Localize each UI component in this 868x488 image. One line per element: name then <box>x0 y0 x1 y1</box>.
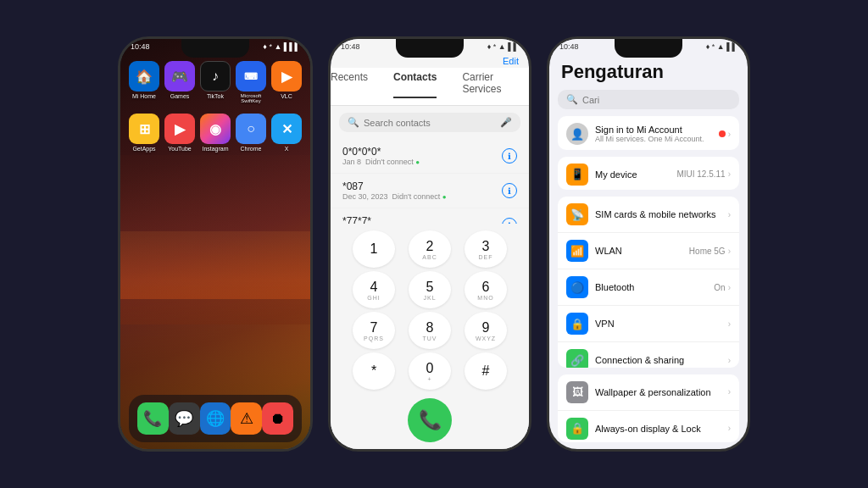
settings-text-bluetooth: Bluetooth <box>595 282 707 292</box>
games-icon: 🎮 <box>164 61 195 92</box>
wlan-icon: 📶 <box>566 240 588 262</box>
app-chrome[interactable]: ○ Chrome <box>236 114 266 152</box>
dock-record[interactable]: ⏺ <box>262 402 293 435</box>
tab-recents[interactable]: Recents <box>331 71 368 98</box>
search-icon: 🔍 <box>566 94 578 105</box>
settings-text-device: My device <box>595 169 670 180</box>
call-button[interactable]: 📞 <box>408 398 452 442</box>
dial-2[interactable]: 2ABC <box>409 230 451 268</box>
settings-item-my-device[interactable]: 📱 My device MIUI 12.5.11 › <box>558 157 739 191</box>
status-bar-2: 10:48 ♦ * ▲ ▌▌ <box>331 39 529 54</box>
settings-label-aod: Always-on display & Lock <box>595 424 721 434</box>
chevron-right-icon: › <box>728 247 731 256</box>
settings-item-wallpaper[interactable]: 🖼 Wallpaper & personalization › <box>558 374 739 411</box>
dock-phone[interactable]: 📞 <box>137 402 169 435</box>
settings-label-wlan: WLAN <box>595 246 682 256</box>
tab-contacts[interactable]: Contacts <box>393 71 437 98</box>
dial-1[interactable]: 1 <box>353 230 395 268</box>
settings-right-device: MIUI 12.5.11 › <box>676 169 731 179</box>
app-mi-home[interactable]: 🏠 Mi Home <box>129 61 159 103</box>
app-instagram[interactable]: ◉ Instagram <box>200 114 231 152</box>
dial-6[interactable]: 6MNO <box>465 271 507 308</box>
instagram-icon: ◉ <box>200 114 231 144</box>
app-x[interactable]: ✕ X <box>271 114 302 152</box>
settings-item-aod[interactable]: 🔒 Always-on display & Lock › <box>558 411 739 442</box>
app-getapps[interactable]: ⊞ GetApps <box>129 114 159 152</box>
chevron-right-icon: › <box>728 356 731 365</box>
settings-item-connection-sharing[interactable]: 🔗 Connection & sharing › <box>558 342 739 368</box>
settings-item-vpn[interactable]: 🔒 VPN › <box>558 306 739 342</box>
settings-search-bar[interactable]: 🔍 <box>558 90 739 109</box>
status-dot: ● <box>442 193 447 201</box>
time-2: 10:48 <box>341 42 360 51</box>
app-youtube[interactable]: ▶ YouTube <box>164 114 195 152</box>
settings-right-account: › <box>719 130 731 139</box>
settings-text-vpn: VPN <box>595 319 721 329</box>
edit-button[interactable]: Edit <box>331 54 529 68</box>
app-swiftkey[interactable]: ⌨ Microsoft SwiftKey <box>236 61 266 103</box>
wallpaper-icon: 🖼 <box>566 381 588 403</box>
dial-star[interactable]: * <box>353 352 395 390</box>
dial-9[interactable]: 9WXYZ <box>465 312 507 349</box>
instagram-label: Instagram <box>202 146 228 152</box>
search-contacts-bar[interactable]: 🔍 🎤 <box>339 113 520 132</box>
swiftkey-icon: ⌨ <box>236 61 266 92</box>
contact-item[interactable]: *77*7* Dec 14, 2023 Didn't connect ● ℹ <box>331 208 529 224</box>
wallpaper-cityscape <box>120 155 310 324</box>
dialer-grid: 1 2ABC 3DEF 4GHI 5JKL 6MNO 7PQRS 8TUV 9W… <box>331 230 529 390</box>
connection-sharing-icon: 🔗 <box>566 349 588 368</box>
phone-homescreen: 10:48 ♦ * ▲ ▌▌▌ 🏠 Mi Home 🎮 Games ♪ TikT… <box>118 36 313 452</box>
settings-search-input[interactable] <box>582 95 699 105</box>
chevron-right-icon: › <box>728 424 731 433</box>
chevron-right-icon: › <box>728 130 731 139</box>
vlc-label: VLC <box>281 93 292 99</box>
aod-icon: 🔒 <box>566 418 588 440</box>
settings-label-sim: SIM cards & mobile networks <box>595 209 721 219</box>
chrome-label: Chrome <box>241 146 262 152</box>
getapps-icon: ⊞ <box>129 114 159 144</box>
dial-4[interactable]: 4GHI <box>353 271 395 308</box>
dock-messages[interactable]: 💬 <box>169 402 200 435</box>
settings-group-device: 📱 My device MIUI 12.5.11 › <box>558 157 739 191</box>
settings-item-sim[interactable]: 📡 SIM cards & mobile networks › <box>558 197 739 233</box>
tab-bar: Recents Contacts Carrier Services <box>331 68 529 106</box>
bluetooth-value: On <box>714 283 725 292</box>
app-tiktok[interactable]: ♪ TikTok <box>200 61 231 103</box>
contact-sub: Dec 30, 2023 Didn't connect ● <box>342 192 447 201</box>
settings-text-aod: Always-on display & Lock <box>595 424 721 434</box>
dial-3[interactable]: 3DEF <box>465 230 507 268</box>
avatar: 👤 <box>566 123 588 145</box>
contact-item[interactable]: 0*0*0*0* Jan 8 Didn't connect ● ℹ <box>331 139 529 174</box>
settings-text-wallpaper: Wallpaper & personalization <box>595 387 721 397</box>
contact-info-button[interactable]: ℹ <box>502 148 517 164</box>
search-contacts-input[interactable] <box>364 118 496 128</box>
time-1: 10:48 <box>131 42 150 51</box>
dial-5[interactable]: 5JKL <box>409 271 451 308</box>
contact-list: 0*0*0*0* Jan 8 Didn't connect ● ℹ *087 D… <box>331 139 529 224</box>
chevron-right-icon: › <box>728 210 731 219</box>
dock: 📞 💬 🌐 ⚠ ⏺ <box>129 395 302 442</box>
contact-info-button[interactable]: ℹ <box>502 218 517 224</box>
tab-carrier-services[interactable]: Carrier Services <box>462 71 529 98</box>
app-games[interactable]: 🎮 Games <box>164 61 195 103</box>
settings-item-account[interactable]: 👤 Sign in to Mi Account All Mi services.… <box>558 116 739 150</box>
settings-item-bluetooth[interactable]: 🔵 Bluetooth On › <box>558 269 739 306</box>
app-vlc[interactable]: ▶ VLC <box>271 61 302 103</box>
contact-info-button[interactable]: ℹ <box>502 183 517 198</box>
games-label: Games <box>170 93 190 99</box>
dial-0[interactable]: 0+ <box>409 352 451 390</box>
dial-hash[interactable]: # <box>465 352 507 390</box>
dock-browser[interactable]: 🌐 <box>200 402 231 435</box>
status-icons-3: ♦ * ▲ ▌▌ <box>706 42 737 51</box>
settings-item-wlan[interactable]: 📶 WLAN Home 5G › <box>558 233 739 269</box>
settings-right-aod: › <box>728 424 731 433</box>
phone-dialer: 10:48 ♦ * ▲ ▌▌ Edit Recents Contacts Car… <box>328 36 531 452</box>
notification-dot <box>719 130 726 137</box>
call-button-row: 📞 <box>331 390 529 449</box>
dock-warning[interactable]: ⚠ <box>231 402 262 435</box>
dial-8[interactable]: 8TUV <box>409 312 451 349</box>
contact-item[interactable]: *087 Dec 30, 2023 Didn't connect ● ℹ <box>331 174 529 208</box>
tiktok-icon: ♪ <box>200 61 231 92</box>
dial-7[interactable]: 7PQRS <box>353 312 395 349</box>
settings-label-bluetooth: Bluetooth <box>595 282 707 292</box>
